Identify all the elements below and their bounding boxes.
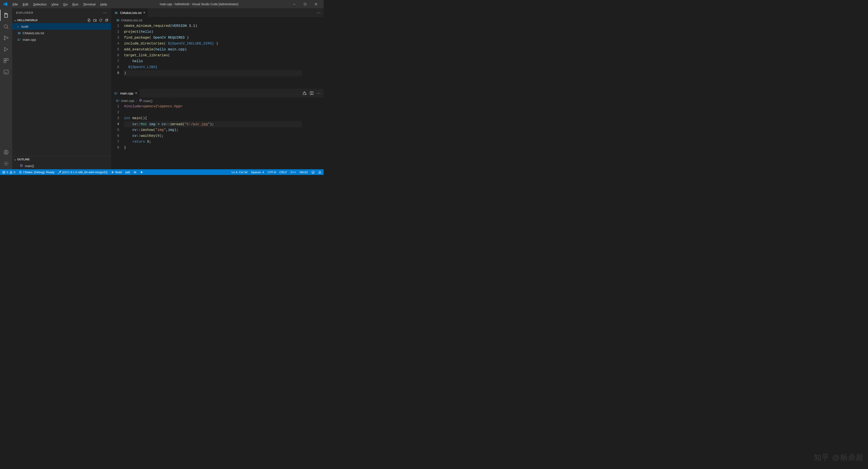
outline-item[interactable]: main() xyxy=(12,163,111,169)
status-build[interactable]: Build xyxy=(111,171,122,174)
sidebar-title: EXPLORER xyxy=(16,11,33,14)
menu-view[interactable]: View xyxy=(49,1,61,7)
split-editor-icon[interactable] xyxy=(310,91,314,95)
outline-header[interactable]: ⌄ OUTLINE xyxy=(12,156,111,162)
svg-point-3 xyxy=(4,36,5,37)
cpp-file-icon: C+ xyxy=(114,91,118,95)
code-editor[interactable]: 123456789cmake_minimum_required(VERSION … xyxy=(111,23,323,89)
status-problems[interactable]: 0 0 xyxy=(2,171,15,174)
menu-run[interactable]: Run xyxy=(70,1,81,7)
activity-settings[interactable] xyxy=(0,158,12,169)
code-line[interactable]: project(hello) xyxy=(124,29,302,35)
code-line[interactable]: ${OpenCV_LIBS} xyxy=(124,64,302,70)
activity-explorer[interactable] xyxy=(0,9,12,21)
menu-file[interactable]: File xyxy=(10,1,20,7)
refresh-icon[interactable] xyxy=(99,18,103,22)
breadcrumb[interactable]: C+ main.cpp› main() xyxy=(111,97,323,104)
tab-actions: ⋯ xyxy=(314,8,323,17)
activity-panel[interactable] xyxy=(0,66,12,78)
code-line[interactable]: cmake_minimum_required(VERSION 3.1) xyxy=(124,23,302,29)
tree-item-cmakelists-txt[interactable]: MCMakeLists.txt xyxy=(12,30,111,36)
close-icon[interactable]: × xyxy=(143,11,145,14)
tree-label: main.cpp xyxy=(23,38,36,41)
window-title: main.cpp - helloWorld - Visual Studio Co… xyxy=(109,2,289,6)
status-bar: 0 0 CMake: [Debug]: Ready [GCC 8.1.0 x86… xyxy=(0,169,323,175)
activity-source-control[interactable] xyxy=(0,32,12,43)
status-cursor[interactable]: Ln 4, Col 34 xyxy=(231,171,248,174)
new-file-icon[interactable] xyxy=(87,18,91,22)
status-kit[interactable]: [GCC 8.1.0 x86_64-w64-mingw32] xyxy=(58,171,107,174)
minimap[interactable] xyxy=(306,104,323,169)
menu-selection[interactable]: Selection xyxy=(31,1,49,7)
status-spaces[interactable]: Spaces: 4 xyxy=(251,171,264,174)
code-line[interactable]: hello xyxy=(124,58,302,64)
code-line[interactable]: find_package( OpenCV REQUIRED ) xyxy=(124,35,302,41)
code-line[interactable] xyxy=(124,110,302,115)
code-editor[interactable]: 12345678#include<opencv2\opencv.hpp>int … xyxy=(111,104,323,169)
menu-go[interactable]: Go xyxy=(61,1,70,7)
minimize-button[interactable] xyxy=(289,0,300,8)
build-label: Build xyxy=(115,171,122,174)
breadcrumb-part[interactable]: C+ main.cpp xyxy=(116,99,134,102)
status-cmake[interactable]: CMake: [Debug]: Ready xyxy=(19,171,55,174)
code-line[interactable]: target_link_libraries( xyxy=(124,53,302,58)
cmake-file-icon: M xyxy=(17,31,21,35)
minimap[interactable] xyxy=(306,23,323,89)
code-line[interactable]: add_executable(hello main.cpp) xyxy=(124,47,302,53)
tab-main-cpp[interactable]: C+main.cpp× xyxy=(111,89,140,97)
status-eol[interactable]: CRLF xyxy=(279,171,287,174)
collapse-all-icon[interactable] xyxy=(105,18,108,22)
more-icon[interactable]: ⋯ xyxy=(317,91,320,95)
kit-label: [GCC 8.1.0 x86_64-w64-mingw32] xyxy=(62,171,107,174)
activity-run-debug[interactable] xyxy=(0,43,12,55)
code-line[interactable]: cv::imshow("img",img); xyxy=(124,127,302,133)
code-line[interactable]: return 0; xyxy=(124,139,302,145)
code-line[interactable]: } xyxy=(124,145,302,151)
status-notifications[interactable] xyxy=(318,171,321,174)
status-feedback[interactable] xyxy=(311,171,315,174)
svg-rect-15 xyxy=(303,93,306,95)
activity-extensions[interactable] xyxy=(0,55,12,66)
code-line[interactable]: #include<opencv2\opencv.hpp> xyxy=(124,104,302,110)
status-os[interactable]: Win32 xyxy=(300,171,308,174)
code-content[interactable]: #include<opencv2\opencv.hpp>int main(){ … xyxy=(124,104,306,169)
breadcrumb-part[interactable]: M CMakeLists.txt xyxy=(116,18,143,22)
chevron-down-icon: ⌄ xyxy=(14,19,17,22)
breadcrumb[interactable]: M CMakeLists.txt xyxy=(111,17,323,23)
code-line[interactable]: cv::waitKey(0); xyxy=(124,133,302,139)
tree-item-build[interactable]: ›build xyxy=(12,23,111,30)
code-line[interactable]: ) xyxy=(124,70,302,76)
tab-cmakelists-txt[interactable]: MCMakeLists.txt× xyxy=(111,8,148,17)
status-debug-launch[interactable] xyxy=(133,171,137,174)
more-icon[interactable]: ⋯ xyxy=(317,10,320,15)
close-icon[interactable]: × xyxy=(135,91,137,95)
folder-header[interactable]: ⌄ HELLOWORLD xyxy=(12,17,111,23)
code-line[interactable]: include_directories( ${OpenCV_INCLUDE_DI… xyxy=(124,41,302,47)
status-language[interactable]: C++ xyxy=(290,171,296,174)
breadcrumb-part[interactable]: main() xyxy=(139,98,153,103)
activity-search[interactable] xyxy=(0,21,12,32)
code-content[interactable]: cmake_minimum_required(VERSION 3.1)proje… xyxy=(124,23,306,89)
activity-accounts[interactable] xyxy=(0,147,12,158)
maximize-button[interactable] xyxy=(300,0,311,8)
chevron-down-icon: ⌄ xyxy=(14,158,17,161)
symbol-method-icon xyxy=(139,99,142,103)
status-run-launch[interactable] xyxy=(140,171,144,174)
cpp-file-icon: C+ xyxy=(17,38,21,41)
close-button[interactable] xyxy=(311,0,321,8)
status-encoding[interactable]: UTF-8 xyxy=(268,171,276,174)
menu-terminal[interactable]: Terminal xyxy=(81,1,98,7)
new-folder-icon[interactable] xyxy=(93,18,97,22)
menu-help[interactable]: Help xyxy=(98,1,109,7)
run-icon[interactable] xyxy=(303,91,307,95)
menu-edit[interactable]: Edit xyxy=(21,1,31,7)
sidebar-more-icon[interactable]: ⋯ xyxy=(103,10,107,15)
activity-bar xyxy=(0,8,12,169)
code-line[interactable]: cv::Mat img = cv::imread("C:/pic.jpg"); xyxy=(124,121,302,127)
folder-name: HELLOWORLD xyxy=(17,19,37,22)
symbol-method-icon xyxy=(20,164,23,168)
warnings-count: 0 xyxy=(14,171,16,174)
status-target[interactable]: [all] xyxy=(125,171,130,174)
tree-item-main-cpp[interactable]: C+main.cpp xyxy=(12,36,111,43)
code-line[interactable]: int main(){ xyxy=(124,115,302,121)
